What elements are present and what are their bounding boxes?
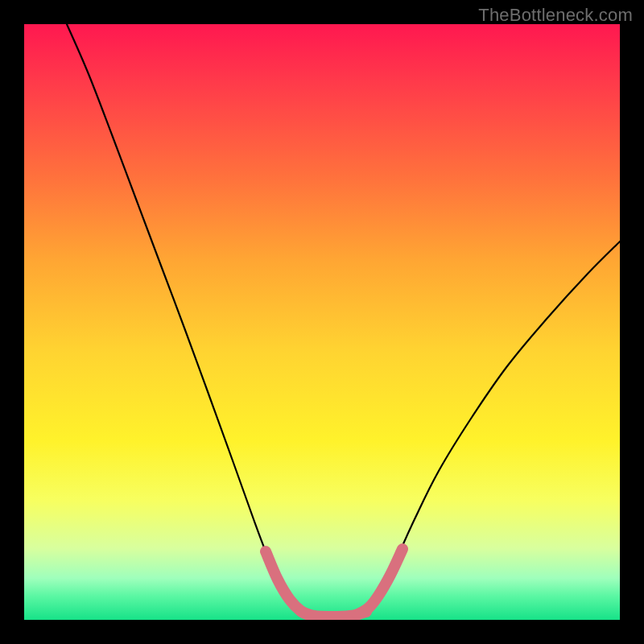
curves-svg xyxy=(24,24,620,620)
chart-frame: TheBottleneck.com xyxy=(0,0,644,644)
highlight-right xyxy=(358,549,402,614)
plot-area xyxy=(24,24,620,620)
left-curve xyxy=(67,24,302,612)
highlight-left xyxy=(266,551,312,616)
watermark-label: TheBottleneck.com xyxy=(478,5,633,26)
